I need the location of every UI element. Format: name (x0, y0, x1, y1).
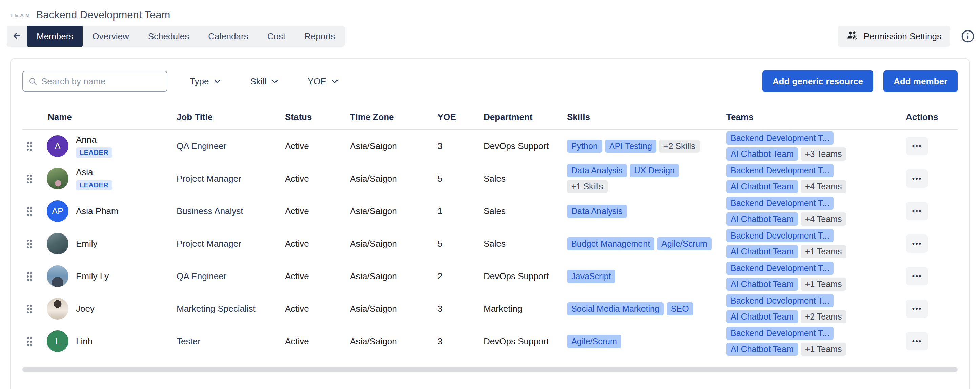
drag-handle-icon[interactable] (26, 174, 33, 183)
leader-badge: LEADER (76, 180, 112, 191)
leader-badge: LEADER (76, 148, 112, 158)
member-name: Linh (76, 336, 92, 347)
skill-chip[interactable]: Data Analysis (567, 164, 627, 177)
row-actions-button[interactable]: ••• (906, 332, 928, 350)
time-zone: Asia/Saigon (350, 173, 438, 184)
page-header: TEAM Backend Development Team (0, 0, 980, 21)
time-zone: Asia/Saigon (350, 336, 438, 347)
skills-chips: JavaScript (567, 270, 716, 283)
status: Active (285, 238, 350, 249)
team-chip[interactable]: Backend Development T... (726, 294, 834, 307)
more-chip[interactable]: +1 Skills (567, 180, 608, 193)
tab-overview[interactable]: Overview (83, 26, 138, 47)
team-chip[interactable]: Backend Development T... (726, 327, 834, 340)
chevron-down-icon (332, 79, 338, 83)
skill-chip[interactable]: JavaScript (567, 270, 616, 283)
skill-chip[interactable]: Social Media Marketing (567, 302, 664, 316)
teams-chips: Backend Development T...AI Chatbot Team+… (726, 132, 892, 160)
avatar: L (47, 330, 68, 352)
team-chip[interactable]: AI Chatbot Team (726, 148, 798, 160)
status: Active (285, 303, 350, 314)
yoe-filter-dropdown[interactable]: YOE (308, 76, 338, 87)
tab-bar: Members Overview Schedules Calendars Cos… (7, 26, 345, 47)
add-generic-resource-button[interactable]: Add generic resource (762, 70, 873, 92)
status: Active (285, 206, 350, 216)
department: Sales (484, 238, 567, 249)
skills-chips: Agile/Scrum (567, 335, 716, 348)
skill-chip[interactable]: Data Analysis (567, 205, 627, 218)
job-title: Project Manager (177, 238, 285, 249)
row-actions-button[interactable]: ••• (906, 137, 928, 155)
skill-chip[interactable]: UX Design (630, 164, 679, 177)
member-name: Emily Ly (76, 271, 109, 282)
drag-handle-icon[interactable] (26, 272, 33, 281)
page-title: Backend Development Team (36, 9, 170, 21)
skill-chip[interactable]: Agile/Scrum (657, 237, 712, 251)
job-title: Marketing Specialist (177, 303, 285, 314)
job-title: Business Analyst (177, 206, 285, 216)
drag-handle-icon[interactable] (26, 141, 33, 151)
team-chip[interactable]: Backend Development T... (726, 262, 834, 275)
member-name: Asia (76, 167, 93, 178)
job-title: QA Engineer (177, 271, 285, 282)
search-input[interactable] (41, 76, 161, 87)
yoe: 3 (438, 336, 484, 347)
horizontal-scrollbar[interactable] (22, 367, 958, 372)
skill-chip[interactable]: Agile/Scrum (567, 335, 622, 348)
team-chip[interactable]: Backend Development T... (726, 164, 834, 177)
team-chip[interactable]: Backend Development T... (726, 132, 834, 145)
skill-filter-dropdown[interactable]: Skill (250, 76, 278, 87)
tab-calendars[interactable]: Calendars (199, 26, 258, 47)
more-chip[interactable]: +3 Teams (801, 148, 846, 160)
column-header-job-title: Job Title (177, 112, 285, 122)
column-header-status: Status (285, 112, 350, 122)
team-chip[interactable]: AI Chatbot Team (726, 213, 798, 225)
more-chip[interactable]: +2 Teams (801, 310, 846, 323)
drag-handle-icon[interactable] (26, 304, 33, 313)
more-chip[interactable]: +2 Skills (659, 140, 700, 153)
department: DevOps Support (484, 271, 567, 282)
member-name: Emily (76, 238, 98, 249)
skill-chip[interactable]: SEO (667, 302, 693, 316)
more-chip[interactable]: +1 Teams (801, 343, 846, 356)
more-chip[interactable]: +1 Teams (801, 278, 846, 291)
more-chip[interactable]: +4 Teams (801, 180, 846, 193)
row-actions-button[interactable]: ••• (906, 235, 928, 253)
type-filter-dropdown[interactable]: Type (190, 76, 220, 87)
team-chip[interactable]: AI Chatbot Team (726, 310, 798, 323)
skill-chip[interactable]: API Testing (605, 140, 656, 153)
add-member-button[interactable]: Add member (883, 70, 958, 92)
drag-handle-icon[interactable] (26, 206, 33, 216)
avatar (47, 265, 68, 287)
info-icon[interactable] (961, 30, 975, 43)
more-chip[interactable]: +1 Teams (801, 245, 846, 258)
team-chip[interactable]: AI Chatbot Team (726, 245, 798, 258)
skill-chip[interactable]: Python (567, 140, 602, 153)
tab-cost[interactable]: Cost (258, 26, 295, 47)
time-zone: Asia/Saigon (350, 206, 438, 216)
more-chip[interactable]: +4 Teams (801, 213, 846, 225)
time-zone: Asia/Saigon (350, 271, 438, 282)
row-actions-button[interactable]: ••• (906, 267, 928, 285)
team-chip[interactable]: Backend Development T... (726, 197, 834, 210)
drag-handle-icon[interactable] (26, 239, 33, 248)
back-button[interactable] (7, 26, 27, 47)
tab-reports[interactable]: Reports (295, 26, 345, 47)
tab-members[interactable]: Members (27, 26, 83, 47)
team-chip[interactable]: AI Chatbot Team (726, 180, 798, 193)
row-actions-button[interactable]: ••• (906, 202, 928, 220)
team-chip[interactable]: Backend Development T... (726, 229, 834, 242)
yoe: 5 (438, 173, 484, 184)
table-row: Asia LEADER Project Manager Active Asia/… (22, 162, 958, 195)
tab-schedules[interactable]: Schedules (138, 26, 199, 47)
row-actions-button[interactable]: ••• (906, 170, 928, 188)
search-icon (29, 77, 37, 86)
avatar (47, 233, 68, 254)
teams-chips: Backend Development T...AI Chatbot Team+… (726, 197, 892, 225)
row-actions-button[interactable]: ••• (906, 300, 928, 318)
team-chip[interactable]: AI Chatbot Team (726, 343, 798, 356)
skill-chip[interactable]: Budget Management (567, 237, 654, 251)
team-chip[interactable]: AI Chatbot Team (726, 278, 798, 291)
permission-settings-button[interactable]: Permission Settings (838, 26, 950, 47)
drag-handle-icon[interactable] (26, 337, 33, 346)
